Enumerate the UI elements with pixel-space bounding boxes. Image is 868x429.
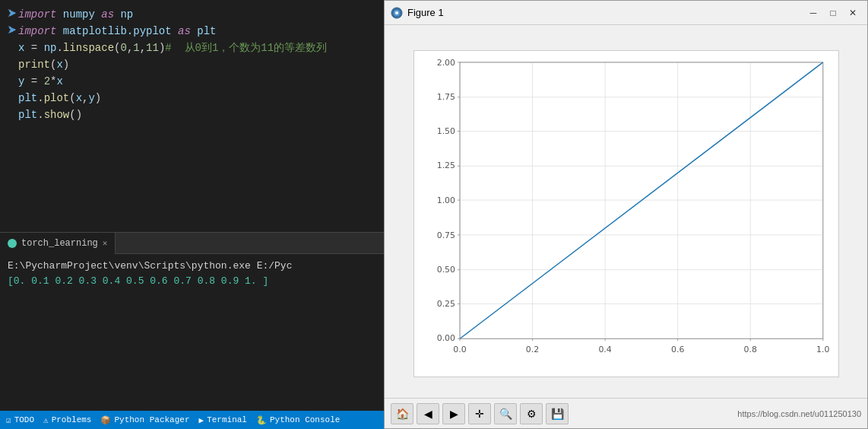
figure-title-text: Figure 1 xyxy=(407,7,444,18)
figure-window: Figure 1 ─ □ ✕ xyxy=(384,0,868,429)
problems-icon: ⚠ xyxy=(43,415,49,425)
terminal-panel: torch_learning ✕ E:\PycharmProject\venv\… xyxy=(0,232,384,429)
configure-button[interactable]: ⚙ xyxy=(520,403,543,424)
terminal-content[interactable]: E:\PycharmProject\venv\Scripts\python.ex… xyxy=(0,254,384,429)
svg-point-2 xyxy=(395,11,398,14)
figure-title-left: Figure 1 xyxy=(391,7,444,19)
terminal-tab-bar: torch_learning ✕ xyxy=(0,233,384,254)
status-todo[interactable]: ☑ TODO xyxy=(6,415,34,425)
svg-text:0.0: 0.0 xyxy=(453,345,466,354)
svg-text:0.25: 0.25 xyxy=(436,299,455,309)
kw-import-1: import xyxy=(18,6,56,23)
arrow-2: ⮞ xyxy=(8,23,17,40)
minimize-button[interactable]: ─ xyxy=(805,6,822,20)
status-console[interactable]: 🐍 Python Console xyxy=(256,415,340,425)
matplotlib-plot: 0.00 0.25 0.50 0.75 1.00 1.25 1.50 1.75 … xyxy=(413,50,839,377)
console-icon: 🐍 xyxy=(256,415,267,425)
plot-container: 0.00 0.25 0.50 0.75 1.00 1.25 1.50 1.75 … xyxy=(385,25,867,398)
svg-text:0.6: 0.6 xyxy=(670,345,683,354)
tab-label: torch_learning xyxy=(21,238,98,249)
svg-text:0.8: 0.8 xyxy=(743,345,756,354)
terminal-icon: ▶ xyxy=(199,415,204,425)
svg-text:1.75: 1.75 xyxy=(436,91,455,101)
status-bar: ☑ TODO ⚠ Problems 📦 Python Packager ▶ Te… xyxy=(0,411,384,429)
svg-text:1.25: 1.25 xyxy=(436,160,455,170)
home-button[interactable]: 🏠 xyxy=(391,403,413,424)
status-terminal[interactable]: ▶ Terminal xyxy=(199,415,247,425)
status-packager[interactable]: 📦 Python Packager xyxy=(100,415,189,425)
close-tab-button[interactable]: ✕ xyxy=(103,238,108,248)
code-line-5: y = 2 * x xyxy=(0,73,384,90)
zoom-button[interactable]: 🔍 xyxy=(494,403,517,424)
figure-title-buttons: ─ □ ✕ xyxy=(805,6,861,20)
svg-text:0.75: 0.75 xyxy=(436,230,455,240)
code-line-2: ⮞ import matplotlib.pyplot as plt xyxy=(0,23,384,40)
python-icon xyxy=(8,239,17,248)
maximize-button[interactable]: □ xyxy=(825,6,841,20)
status-problems[interactable]: ⚠ Problems xyxy=(43,415,91,425)
svg-text:1.0: 1.0 xyxy=(816,345,829,354)
svg-text:0.50: 0.50 xyxy=(436,264,455,274)
svg-text:2.00: 2.00 xyxy=(436,57,455,67)
terminal-output-line: [0. 0.1 0.2 0.3 0.4 0.5 0.6 0.7 0.8 0.9 … xyxy=(8,274,376,289)
code-line-3: x = np . linspace ( 0 , 1 , 11 ) # 从0到1，… xyxy=(0,40,384,56)
svg-text:1.50: 1.50 xyxy=(436,126,455,136)
save-button[interactable]: 💾 xyxy=(546,403,569,424)
forward-button[interactable]: ▶ xyxy=(442,403,465,424)
matplotlib-icon xyxy=(391,7,403,19)
figure-toolbar: 🏠 ◀ ▶ ✛ 🔍 ⚙ 💾 https://blog.csdn.net/u011… xyxy=(385,398,867,428)
arrow-1: ⮞ xyxy=(8,6,17,23)
terminal-cmd-line: E:\PycharmProject\venv\Scripts\python.ex… xyxy=(8,259,376,274)
code-line-6: plt . plot ( x , y ) xyxy=(0,90,384,106)
close-button[interactable]: ✕ xyxy=(844,6,861,20)
toolbar-url: https://blog.csdn.net/u011250130 xyxy=(737,409,861,418)
terminal-tab[interactable]: torch_learning ✕ xyxy=(0,233,116,254)
code-line-1: ⮞ import numpy as np xyxy=(0,6,384,23)
back-button[interactable]: ◀ xyxy=(417,403,439,424)
svg-text:0.4: 0.4 xyxy=(598,345,611,354)
editor-panel: ⮞ import numpy as np ⮞ import matplotlib… xyxy=(0,0,384,429)
svg-text:0.00: 0.00 xyxy=(436,333,455,343)
toolbar-left: 🏠 ◀ ▶ ✛ 🔍 ⚙ 💾 xyxy=(391,403,569,424)
packager-icon: 📦 xyxy=(100,415,111,425)
pan-button[interactable]: ✛ xyxy=(468,403,491,424)
svg-text:1.00: 1.00 xyxy=(436,195,455,205)
code-line-7: plt . show () xyxy=(0,106,384,123)
code-line-4: print ( x ) xyxy=(0,56,384,73)
svg-text:0.2: 0.2 xyxy=(525,345,538,354)
todo-icon: ☑ xyxy=(6,415,11,425)
figure-titlebar: Figure 1 ─ □ ✕ xyxy=(385,1,867,25)
